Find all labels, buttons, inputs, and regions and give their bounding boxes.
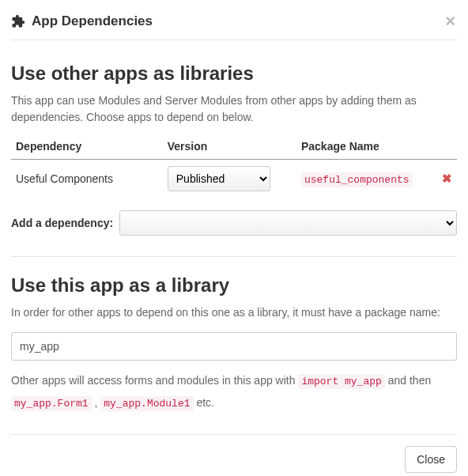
use-other-apps-section: Use other apps as libraries This app can… <box>11 62 457 257</box>
section-desc: This app can use Modules and Server Modu… <box>11 93 457 126</box>
library-usage-hint: Other apps will access forms and modules… <box>11 370 457 414</box>
dialog-header: App Dependencies × <box>11 11 457 40</box>
add-dependency-select[interactable] <box>119 210 457 236</box>
code-module: my_app.Module1 <box>100 396 193 411</box>
add-dependency-row: Add a dependency: <box>11 210 457 257</box>
use-as-library-section: Use this app as a library In order for o… <box>11 274 457 414</box>
package-name-input[interactable] <box>11 332 457 361</box>
section-title: Use this app as a library <box>11 274 457 297</box>
dep-name: Useful Components <box>11 160 163 198</box>
section-desc: In order for other apps to depend on thi… <box>11 304 457 321</box>
dialog-footer: Close <box>11 434 457 473</box>
dependencies-dialog: App Dependencies × Use other apps as lib… <box>0 0 468 476</box>
code-form: my_app.Form1 <box>11 396 92 411</box>
package-name: useful_components <box>301 172 413 187</box>
table-row: Useful Components Published useful_compo… <box>11 160 457 198</box>
puzzle-icon <box>11 14 25 28</box>
remove-dependency-button[interactable]: ✖ <box>430 160 457 198</box>
add-dependency-label: Add a dependency: <box>11 217 113 229</box>
close-button[interactable]: Close <box>405 446 457 473</box>
close-icon[interactable]: × <box>443 13 457 30</box>
col-package: Package Name <box>296 134 430 160</box>
section-title: Use other apps as libraries <box>11 62 457 85</box>
col-dependency: Dependency <box>11 134 163 160</box>
version-select[interactable]: Published <box>168 166 270 191</box>
code-import: import my_app <box>298 374 384 389</box>
dialog-title: App Dependencies <box>32 13 153 29</box>
dependencies-table: Dependency Version Package Name Useful C… <box>11 134 457 198</box>
col-version: Version <box>163 134 296 160</box>
